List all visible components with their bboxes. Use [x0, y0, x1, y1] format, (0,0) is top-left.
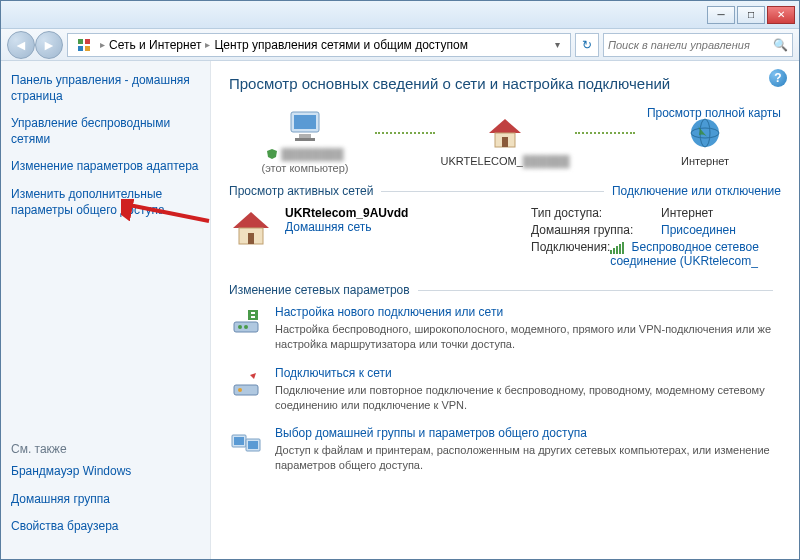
sidebar-link-browser-properties[interactable]: Свойства браузера — [11, 519, 200, 535]
back-button[interactable]: ◄ — [7, 31, 35, 59]
svg-point-21 — [244, 325, 248, 329]
new-connection-icon — [229, 305, 263, 339]
node-this-pc: ████████ (этот компьютер) — [235, 106, 375, 174]
connection-line — [375, 132, 435, 134]
svg-rect-9 — [295, 138, 315, 141]
forward-button[interactable]: ► — [35, 31, 63, 59]
svg-rect-18 — [248, 233, 254, 244]
svg-rect-25 — [234, 385, 258, 395]
chevron-right-icon: ▸ — [100, 39, 105, 50]
see-also-header: См. также — [11, 442, 200, 456]
home-network-icon — [229, 206, 273, 250]
breadcrumb-part[interactable]: Сеть и Интернет — [109, 38, 201, 52]
page-title: Просмотр основных сведений о сети и наст… — [229, 75, 781, 92]
svg-rect-23 — [251, 312, 255, 314]
titlebar: ─ □ ✕ — [1, 1, 799, 29]
chevron-right-icon: ▸ — [205, 39, 210, 50]
svg-rect-30 — [248, 441, 258, 449]
homegroup-value[interactable]: Присоединен — [661, 223, 736, 237]
access-type-label: Тип доступа: — [531, 206, 661, 220]
network-center-icon — [76, 37, 92, 53]
computer-icon — [235, 106, 375, 146]
internet-label: Интернет — [635, 155, 775, 167]
sidebar-link-homegroup[interactable]: Домашняя группа — [11, 492, 200, 508]
refresh-button[interactable]: ↻ — [575, 33, 599, 57]
sidebar-link-firewall[interactable]: Брандмауэр Windows — [11, 464, 200, 480]
homegroup-label: Домашняя группа: — [531, 223, 661, 237]
see-also-section: См. также Брандмауэр Windows Домашняя гр… — [11, 442, 200, 547]
connections-value[interactable]: Беспроводное сетевое соединение (UKRtele… — [610, 240, 781, 268]
sidebar-link-adapter-settings[interactable]: Изменение параметров адаптера — [11, 159, 200, 175]
window-frame: ─ □ ✕ ◄ ► ▸ Сеть и Интернет ▸ Центр упра… — [0, 0, 800, 560]
search-box[interactable]: 🔍 — [603, 33, 793, 57]
breadcrumb-dropdown[interactable]: ▾ — [549, 39, 566, 50]
task-item: Выбор домашней группы и параметров общег… — [229, 426, 781, 473]
connection-line — [575, 132, 635, 134]
minimize-button[interactable]: ─ — [707, 6, 735, 24]
task-homegroup-link[interactable]: Выбор домашней группы и параметров общег… — [275, 426, 781, 440]
node-internet: Интернет — [635, 113, 775, 167]
svg-point-20 — [238, 325, 242, 329]
node-router: UKRTELECOM_██████ — [435, 113, 575, 167]
globe-icon — [635, 113, 775, 153]
task-item: Настройка нового подключения или сети На… — [229, 305, 781, 352]
signal-bars-icon — [610, 242, 624, 254]
search-icon: 🔍 — [773, 38, 788, 52]
network-name: UKRtelecom_9AUvdd — [285, 206, 519, 220]
help-icon[interactable]: ? — [769, 69, 787, 87]
svg-rect-7 — [294, 115, 316, 129]
active-networks-header: Просмотр активных сетей — [229, 184, 373, 198]
access-type-value: Интернет — [661, 206, 713, 220]
task-description: Подключение или повторное подключение к … — [275, 383, 781, 413]
task-description: Настройка беспроводного, широкополосного… — [275, 322, 781, 352]
svg-point-13 — [691, 119, 719, 147]
svg-marker-16 — [233, 212, 269, 228]
task-item: Подключиться к сети Подключение или повт… — [229, 366, 781, 413]
network-type-link[interactable]: Домашняя сеть — [285, 220, 371, 234]
search-input[interactable] — [608, 39, 773, 51]
connect-network-icon — [229, 366, 263, 400]
task-new-connection-link[interactable]: Настройка нового подключения или сети — [275, 305, 781, 319]
svg-rect-2 — [78, 46, 83, 51]
breadcrumb-part[interactable]: Центр управления сетями и общим доступом — [214, 38, 468, 52]
homegroup-icon — [229, 426, 263, 460]
sidebar: Панель управления - домашняя страница Уп… — [1, 61, 211, 559]
active-network-block: UKRtelecom_9AUvdd Домашняя сеть Тип дост… — [229, 206, 781, 271]
svg-rect-28 — [234, 437, 244, 445]
svg-rect-22 — [248, 310, 258, 320]
svg-rect-24 — [251, 316, 255, 318]
task-description: Доступ к файлам и принтерам, расположенн… — [275, 443, 781, 473]
svg-rect-3 — [85, 46, 90, 51]
maximize-button[interactable]: □ — [737, 6, 765, 24]
svg-rect-12 — [502, 137, 508, 147]
sidebar-link-advanced-sharing[interactable]: Изменить дополнительные параметры общего… — [11, 187, 200, 218]
connections-label: Подключения: — [531, 240, 610, 268]
sidebar-link-control-panel-home[interactable]: Панель управления - домашняя страница — [11, 73, 200, 104]
network-map: ████████ (этот компьютер) UKRTELECOM_███… — [229, 106, 781, 174]
svg-rect-1 — [85, 39, 90, 44]
task-connect-link[interactable]: Подключиться к сети — [275, 366, 781, 380]
tasks-list: Настройка нового подключения или сети На… — [229, 305, 781, 473]
close-button[interactable]: ✕ — [767, 6, 795, 24]
pc-name-blurred: ████████ — [281, 148, 343, 160]
main-content: ? Просмотр основных сведений о сети и на… — [211, 61, 799, 559]
pc-sublabel: (этот компьютер) — [235, 162, 375, 174]
svg-marker-10 — [489, 119, 521, 133]
breadcrumb[interactable]: ▸ Сеть и Интернет ▸ Центр управления сет… — [67, 33, 571, 57]
svg-rect-0 — [78, 39, 83, 44]
svg-rect-8 — [299, 134, 311, 138]
house-icon — [435, 113, 575, 153]
change-settings-header: Изменение сетевых параметров — [229, 283, 410, 297]
connect-disconnect-link[interactable]: Подключение или отключение — [612, 184, 781, 198]
shield-icon — [266, 148, 278, 160]
sidebar-link-wireless-networks[interactable]: Управление беспроводными сетями — [11, 116, 200, 147]
svg-point-26 — [238, 388, 242, 392]
address-bar: ◄ ► ▸ Сеть и Интернет ▸ Центр управления… — [1, 29, 799, 61]
